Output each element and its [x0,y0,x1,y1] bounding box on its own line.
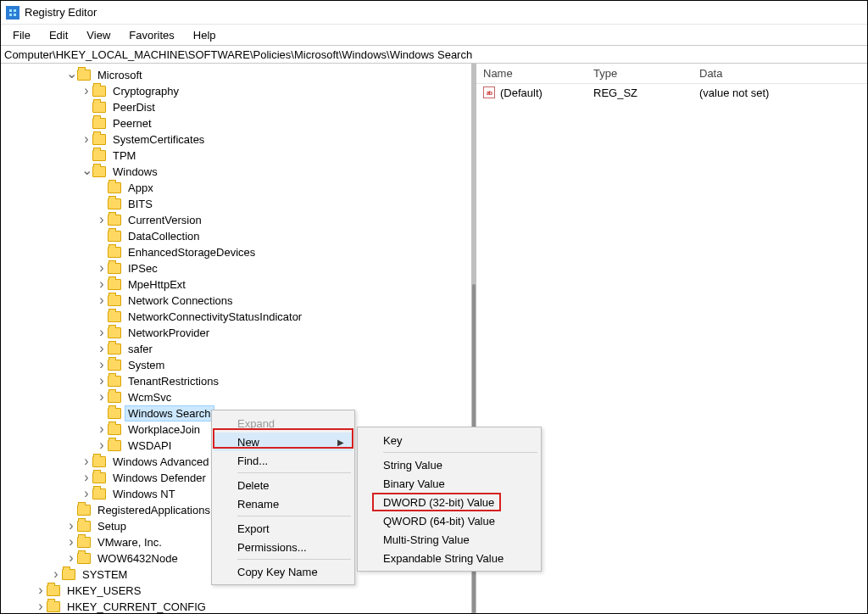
menu-edit[interactable]: Edit [41,27,76,43]
sub-multi[interactable]: Multi-String Value [359,530,539,549]
chevron-right-icon[interactable]: › [35,599,47,614]
chevron-right-icon[interactable]: › [81,83,92,98]
folder-icon [108,247,121,258]
folder-icon [108,311,121,322]
chevron-right-icon[interactable]: › [81,470,92,485]
tree-item[interactable]: DataCollection [1,228,471,244]
tree-item[interactable]: PeerDist [1,99,471,115]
value-row[interactable]: ab (Default) REG_SZ (value not set) [476,84,867,101]
ctx-find[interactable]: Find... [214,451,353,470]
svg-rect-2 [14,9,16,12]
sub-expand[interactable]: Expandable String Value [359,549,539,567]
tree-item[interactable]: Appx [1,180,471,196]
chevron-down-icon[interactable]: ⌄ [65,65,77,81]
col-data[interactable]: Data [693,67,867,80]
svg-rect-4 [14,14,16,16]
folder-icon [108,360,121,371]
value-type: REG_SZ [587,87,693,99]
chevron-right-icon[interactable]: › [65,518,77,533]
chevron-right-icon[interactable]: › [96,293,108,308]
menu-view[interactable]: View [78,27,119,43]
folder-icon [108,424,121,435]
tree-item[interactable]: ›HKEY_CURRENT_CONFIG [1,599,471,613]
tree-item-label: DataCollection [125,229,203,243]
window-title: Registry Editor [25,6,97,19]
tree-item-label: IPSec [125,261,160,276]
address-bar[interactable]: Computer\HKEY_LOCAL_MACHINE\SOFTWARE\Pol… [1,45,867,64]
tree-item[interactable]: ⌄Windows [1,164,471,180]
tree-item-label: Windows NT [110,487,178,501]
svg-rect-1 [9,9,12,12]
folder-icon [108,327,121,338]
tree-item[interactable]: ›IPSec [1,260,471,276]
ctx-delete[interactable]: Delete [214,476,353,494]
ctx-expand: Expand [214,414,353,433]
ctx-copy-key-name[interactable]: Copy Key Name [214,562,353,581]
tree-item[interactable]: TPM [1,148,471,164]
sub-binary[interactable]: Binary Value [359,474,539,493]
tree-item[interactable]: ›SystemCertificates [1,131,471,148]
tree-item[interactable]: ›CurrentVersion [1,212,471,228]
chevron-right-icon[interactable]: › [81,486,92,501]
tree-item[interactable]: ›System [1,357,471,373]
chevron-right-icon[interactable]: › [81,131,92,147]
menu-help[interactable]: Help [185,27,225,43]
chevron-down-icon[interactable]: ⌄ [81,162,92,178]
tree-item-label: Setup [95,519,129,533]
tree-item[interactable]: BITS [1,196,471,212]
chevron-right-icon[interactable]: › [96,341,108,356]
menu-favorites[interactable]: Favorites [120,27,182,43]
chevron-right-icon[interactable]: › [96,421,108,437]
chevron-right-icon[interactable]: › [65,550,77,566]
folder-icon [77,521,91,532]
tree-item[interactable]: ›TenantRestrictions [1,373,471,389]
chevron-right-icon[interactable]: › [81,454,92,469]
folder-icon [108,343,121,354]
sub-key[interactable]: Key [359,431,539,449]
tree-item-label: TenantRestrictions [125,374,221,388]
ctx-export[interactable]: Export [214,519,353,538]
tree-item[interactable]: ›Network Connections [1,293,471,309]
ctx-sep [237,516,351,516]
tree-item[interactable]: ⌄Microsoft [1,67,471,83]
folder-icon [92,472,106,483]
folder-icon [108,440,121,451]
folder-icon [77,553,91,564]
chevron-right-icon[interactable]: › [96,212,108,227]
chevron-right-icon[interactable]: › [65,534,77,550]
chevron-right-icon[interactable]: › [96,373,108,388]
chevron-right-icon[interactable]: › [35,583,47,598]
tree-item-label: BITS [125,197,155,211]
col-type[interactable]: Type [587,67,693,80]
tree-item-label: WSDAPI [125,438,174,453]
col-name[interactable]: Name [476,67,587,80]
sub-dword[interactable]: DWORD (32-bit) Value [359,493,539,511]
chevron-right-icon[interactable]: › [50,567,62,582]
tree-item[interactable]: ›WcmSvc [1,389,471,405]
ctx-rename[interactable]: Rename [214,494,353,513]
chevron-right-icon[interactable]: › [96,276,108,292]
tree-item-label: WorkplaceJoin [125,422,203,437]
sub-string[interactable]: String Value [359,455,539,474]
tree-item[interactable]: ›NetworkProvider [1,325,471,341]
menu-file[interactable]: File [4,27,39,43]
chevron-right-icon[interactable]: › [96,260,108,276]
ctx-permissions[interactable]: Permissions... [214,538,353,556]
tree-item[interactable]: EnhancedStorageDevices [1,244,471,260]
chevron-right-icon[interactable]: › [96,325,108,340]
folder-icon [108,198,121,209]
tree-item[interactable]: Peernet [1,115,471,131]
tree-item[interactable]: ›MpeHttpExt [1,276,471,293]
chevron-right-icon[interactable]: › [96,438,108,453]
svg-rect-3 [9,14,12,16]
chevron-right-icon[interactable]: › [96,357,108,372]
tree-item[interactable]: NetworkConnectivityStatusIndicator [1,309,471,325]
tree-item[interactable]: ›safer [1,341,471,357]
context-menu[interactable]: Expand New ▶ Find... Delete Rename Expor… [211,410,355,585]
chevron-right-icon[interactable]: › [96,389,108,405]
tree-item-label: CurrentVersion [125,213,204,227]
ctx-new[interactable]: New ▶ [214,433,353,451]
tree-item[interactable]: ›Cryptography [1,83,471,99]
sub-qword[interactable]: QWORD (64-bit) Value [359,511,539,530]
context-submenu-new[interactable]: Key String Value Binary Value DWORD (32-… [357,427,542,572]
